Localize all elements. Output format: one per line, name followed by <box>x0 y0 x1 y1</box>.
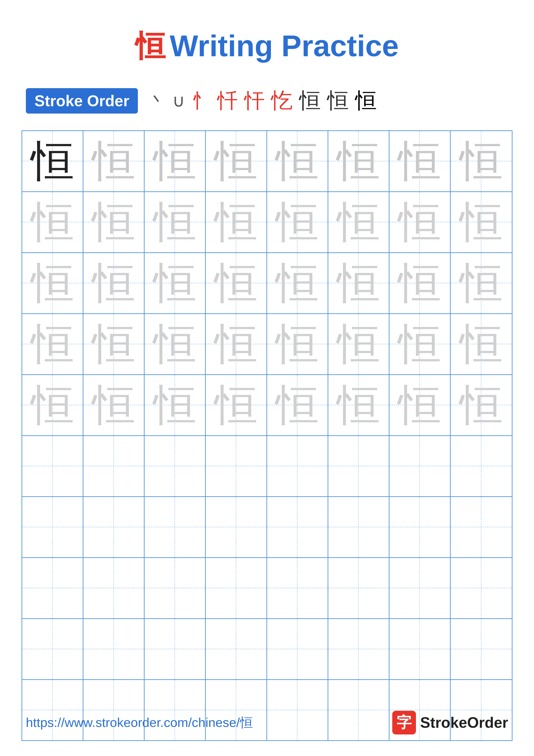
stroke-9: 恒 <box>355 86 377 115</box>
grid-cell[interactable] <box>267 436 328 496</box>
grid-cell[interactable] <box>390 497 451 557</box>
grid-cell[interactable]: 恒 <box>328 192 390 252</box>
stroke-order-badge: Stroke Order <box>26 88 138 114</box>
grid-cell[interactable] <box>328 436 390 496</box>
grid-cell[interactable]: 恒 <box>390 131 451 191</box>
grid-cell[interactable]: 恒 <box>328 314 390 374</box>
grid-cell[interactable] <box>328 619 390 679</box>
grid-cell[interactable]: 恒 <box>83 375 144 435</box>
brand-icon: 字 <box>392 711 416 735</box>
stroke-8: 恒 <box>327 86 349 115</box>
grid-cell[interactable]: 恒 <box>22 192 83 252</box>
grid-cell[interactable]: 恒 <box>22 131 83 191</box>
grid-cell[interactable] <box>22 558 83 618</box>
grid-cell[interactable] <box>83 558 144 618</box>
grid-cell[interactable] <box>451 436 512 496</box>
cell-character: 恒 <box>460 201 503 244</box>
grid-cell[interactable] <box>451 619 512 679</box>
grid-cell[interactable]: 恒 <box>206 375 267 435</box>
grid-cell[interactable] <box>451 497 512 557</box>
cell-character: 恒 <box>276 140 319 183</box>
grid-cell[interactable] <box>206 558 267 618</box>
grid-cell[interactable]: 恒 <box>267 192 328 252</box>
grid-cell[interactable] <box>267 497 328 557</box>
grid-cell[interactable] <box>451 558 512 618</box>
grid-cell[interactable] <box>22 497 83 557</box>
grid-cell[interactable]: 恒 <box>83 253 144 313</box>
cell-character: 恒 <box>153 140 196 183</box>
grid-cell[interactable] <box>83 619 144 679</box>
grid-cell[interactable] <box>328 497 390 557</box>
grid-cell[interactable]: 恒 <box>83 192 144 252</box>
grid-cell[interactable]: 恒 <box>206 131 267 191</box>
stroke-order-chars: 丶 ∪ 忄 忏 忓 忔 恒 恒 恒 <box>149 86 377 115</box>
grid-row: 恒 恒 恒 恒 恒 恒 恒 恒 <box>22 375 512 436</box>
cell-character: 恒 <box>153 384 196 427</box>
grid-cell[interactable]: 恒 <box>22 314 83 374</box>
grid-row <box>22 497 512 558</box>
grid-cell[interactable]: 恒 <box>22 375 83 435</box>
grid-cell[interactable] <box>206 619 267 679</box>
grid-cell[interactable]: 恒 <box>144 314 206 374</box>
grid-cell[interactable] <box>144 558 206 618</box>
grid-cell[interactable]: 恒 <box>267 314 328 374</box>
grid-cell[interactable] <box>390 436 451 496</box>
cell-character: 恒 <box>276 201 319 244</box>
grid-cell[interactable]: 恒 <box>267 375 328 435</box>
stroke-2: ∪ <box>172 91 185 111</box>
cell-character: 恒 <box>92 201 135 244</box>
grid-cell[interactable]: 恒 <box>83 314 144 374</box>
grid-cell[interactable] <box>22 436 83 496</box>
grid-cell[interactable]: 恒 <box>390 375 451 435</box>
brand-name: StrokeOrder <box>420 714 508 731</box>
grid-cell[interactable]: 恒 <box>206 253 267 313</box>
cell-character: 恒 <box>153 201 196 244</box>
grid-cell[interactable] <box>144 436 206 496</box>
grid-cell[interactable]: 恒 <box>390 192 451 252</box>
grid-cell[interactable] <box>22 619 83 679</box>
grid-cell[interactable]: 恒 <box>451 314 512 374</box>
grid-cell[interactable] <box>328 558 390 618</box>
grid-cell[interactable]: 恒 <box>451 131 512 191</box>
grid-cell[interactable] <box>83 497 144 557</box>
grid-cell[interactable] <box>83 436 144 496</box>
grid-cell[interactable] <box>206 497 267 557</box>
cell-character: 恒 <box>276 384 319 427</box>
grid-row: 恒 恒 恒 恒 恒 恒 恒 恒 <box>22 253 512 314</box>
grid-cell[interactable] <box>390 558 451 618</box>
grid-cell[interactable]: 恒 <box>144 375 206 435</box>
cell-character: 恒 <box>337 262 380 305</box>
cell-character: 恒 <box>31 140 74 183</box>
grid-cell[interactable]: 恒 <box>22 253 83 313</box>
cell-character: 恒 <box>398 262 441 305</box>
grid-cell[interactable]: 恒 <box>144 131 206 191</box>
cell-character: 恒 <box>153 323 196 366</box>
grid-cell[interactable]: 恒 <box>451 375 512 435</box>
grid-cell[interactable]: 恒 <box>144 192 206 252</box>
grid-cell[interactable] <box>206 436 267 496</box>
grid-cell[interactable]: 恒 <box>390 314 451 374</box>
grid-cell[interactable]: 恒 <box>328 131 390 191</box>
grid-cell[interactable]: 恒 <box>206 192 267 252</box>
grid-cell[interactable]: 恒 <box>267 253 328 313</box>
grid-cell[interactable]: 恒 <box>328 375 390 435</box>
grid-cell[interactable]: 恒 <box>451 253 512 313</box>
grid-cell[interactable] <box>144 619 206 679</box>
grid-cell[interactable]: 恒 <box>328 253 390 313</box>
grid-cell[interactable] <box>390 619 451 679</box>
grid-cell[interactable]: 恒 <box>83 131 144 191</box>
cell-character: 恒 <box>92 140 135 183</box>
cell-character: 恒 <box>92 262 135 305</box>
cell-character: 恒 <box>337 140 380 183</box>
grid-cell[interactable] <box>267 619 328 679</box>
grid-cell[interactable] <box>267 558 328 618</box>
grid-cell[interactable]: 恒 <box>206 314 267 374</box>
grid-cell[interactable] <box>144 497 206 557</box>
grid-cell[interactable]: 恒 <box>144 253 206 313</box>
stroke-order-section: Stroke Order 丶 ∪ 忄 忏 忓 忔 恒 恒 恒 <box>0 80 534 122</box>
grid-cell[interactable]: 恒 <box>390 253 451 313</box>
cell-character: 恒 <box>215 262 258 305</box>
grid-cell[interactable]: 恒 <box>267 131 328 191</box>
grid-cell[interactable]: 恒 <box>451 192 512 252</box>
stroke-6: 忔 <box>271 86 293 115</box>
